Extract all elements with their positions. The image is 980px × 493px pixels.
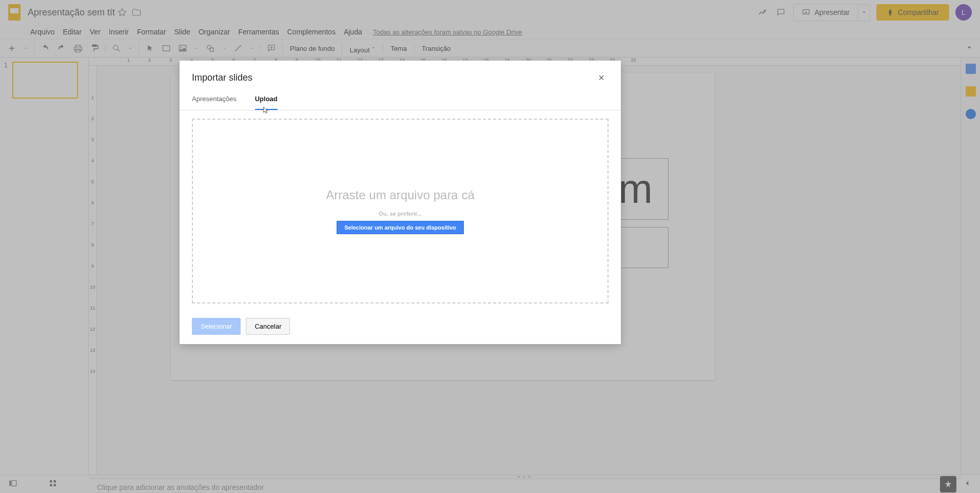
modal-body: Arraste um arquivo para cá Ou, se prefer…: [180, 110, 621, 312]
tab-presentations[interactable]: Apresentações: [192, 95, 237, 110]
modal-footer: Selecionar Cancelar: [180, 312, 621, 344]
cancel-button[interactable]: Cancelar: [246, 318, 290, 335]
select-file-button[interactable]: Selecionar um arquivo do seu dispositivo: [337, 221, 464, 234]
dropzone-or-text: Ou, se preferir...: [379, 211, 422, 217]
import-slides-modal: Importar slides × Apresentações Upload A…: [180, 61, 621, 344]
select-button[interactable]: Selecionar: [192, 318, 241, 335]
modal-header: Importar slides ×: [180, 61, 621, 86]
dropzone-title: Arraste um arquivo para cá: [326, 188, 474, 202]
upload-dropzone[interactable]: Arraste um arquivo para cá Ou, se prefer…: [192, 119, 609, 304]
tab-upload[interactable]: Upload: [255, 95, 278, 110]
modal-tabs: Apresentações Upload: [180, 86, 621, 110]
close-icon[interactable]: ×: [594, 70, 609, 86]
modal-title: Importar slides: [192, 72, 252, 83]
